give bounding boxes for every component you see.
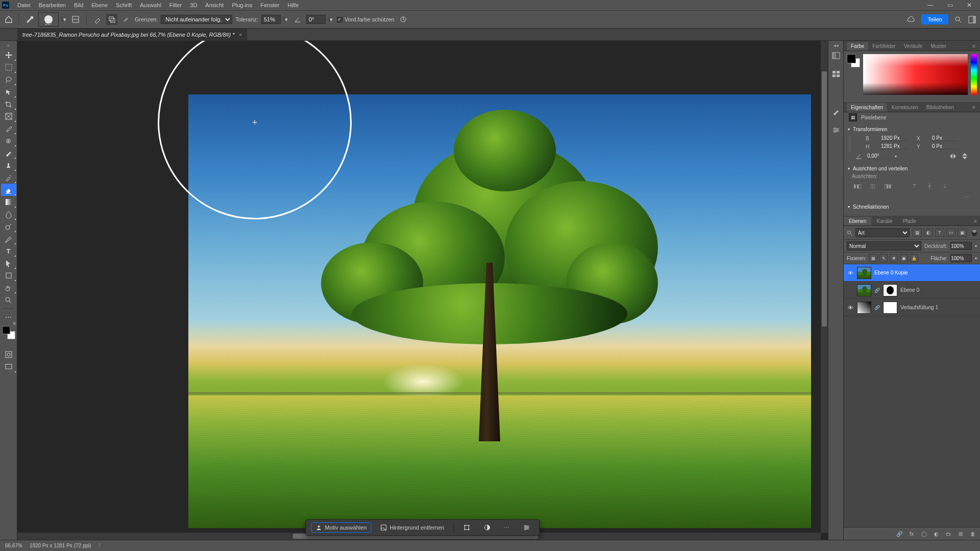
quickmask-icon[interactable] bbox=[1, 348, 16, 361]
lock-pixels-icon[interactable]: ✎ bbox=[879, 254, 888, 262]
color-panel-menu-icon[interactable]: ≡ bbox=[971, 42, 977, 51]
eyedropper-tool[interactable] bbox=[1, 122, 16, 135]
menu-ebene[interactable]: Ebene bbox=[87, 2, 112, 8]
link-wh-icon[interactable] bbox=[849, 135, 850, 152]
delete-layer-icon[interactable]: 🗑 bbox=[969, 530, 977, 538]
new-adjustment-icon[interactable]: ◐ bbox=[932, 530, 940, 538]
pen-tool[interactable] bbox=[1, 233, 16, 245]
status-menu-icon[interactable]: 〉 bbox=[99, 542, 103, 549]
lock-position-icon[interactable]: ✥ bbox=[890, 254, 898, 262]
menu-fenster[interactable]: Fenster bbox=[256, 2, 283, 8]
filter-type-icon[interactable]: T bbox=[935, 229, 944, 237]
color-spectrum[interactable] bbox=[863, 54, 968, 95]
angle-dd[interactable]: ▾ bbox=[895, 154, 897, 159]
align-section-header[interactable]: ▾Ausrichten und verteilen bbox=[844, 164, 980, 173]
screenmode-icon[interactable] bbox=[1, 361, 16, 373]
tab-bibliotheken[interactable]: Bibliotheken bbox=[922, 103, 958, 112]
layer-thumbnail[interactable] bbox=[857, 284, 871, 296]
color-picker-panel[interactable] bbox=[844, 51, 980, 102]
window-close-button[interactable]: ✕ bbox=[966, 2, 973, 9]
menu-bearbeiten[interactable]: Bearbeiten bbox=[35, 2, 70, 8]
tab-muster[interactable]: Muster bbox=[926, 42, 950, 51]
foreground-background-swatch[interactable]: ⤭ bbox=[2, 326, 15, 339]
layer-name-label[interactable]: Ebene 0 bbox=[900, 287, 919, 293]
gradient-tool[interactable] bbox=[1, 196, 16, 208]
add-mask-icon[interactable]: ◯ bbox=[920, 530, 928, 538]
path-select-tool[interactable] bbox=[1, 257, 16, 269]
align-hcenter-icon[interactable]: ◫ bbox=[867, 181, 877, 190]
healing-tool[interactable] bbox=[1, 135, 16, 147]
panel-fg-bg-swatch[interactable] bbox=[847, 54, 860, 67]
home-button[interactable] bbox=[4, 15, 13, 24]
tolerance-input[interactable] bbox=[261, 15, 281, 24]
menu-datei[interactable]: Datei bbox=[13, 2, 35, 8]
more-actions-icon[interactable]: ⋯ bbox=[500, 523, 513, 533]
tolerance-dropdown[interactable]: ▾ bbox=[284, 17, 289, 22]
finger-painting-icon[interactable] bbox=[120, 14, 132, 25]
align-top-icon[interactable]: ⊤ bbox=[909, 181, 919, 190]
filter-search-icon[interactable] bbox=[847, 230, 852, 236]
layer-name-label[interactable]: Verlaufsfüllung 1 bbox=[900, 305, 938, 310]
layer-thumbnail[interactable] bbox=[857, 302, 871, 314]
window-maximize-button[interactable]: ▭ bbox=[946, 2, 953, 9]
tab-ebenen[interactable]: Ebenen bbox=[844, 217, 871, 226]
window-minimize-button[interactable]: — bbox=[927, 2, 934, 9]
mask-thumbnail[interactable] bbox=[883, 284, 897, 296]
tab-farbe[interactable]: Farbe bbox=[847, 42, 868, 51]
limits-select[interactable]: Nicht aufeinander folg. bbox=[161, 15, 232, 24]
filter-toggle-switch[interactable] bbox=[972, 229, 977, 236]
blur-tool[interactable] bbox=[1, 208, 16, 220]
align-vcenter-icon[interactable]: ┼ bbox=[924, 181, 935, 190]
visibility-toggle-icon[interactable]: 👁 bbox=[847, 304, 854, 311]
layer-thumbnail[interactable] bbox=[857, 267, 871, 279]
y-input[interactable] bbox=[932, 143, 959, 149]
layer-name-label[interactable]: Ebene 0 Kopie bbox=[874, 270, 908, 276]
frame-tool[interactable] bbox=[1, 110, 16, 122]
menu-3d[interactable]: 3D bbox=[186, 2, 201, 8]
blend-mode-select[interactable]: Normal bbox=[847, 241, 921, 251]
angle-icon[interactable] bbox=[292, 14, 303, 25]
link-layers-icon[interactable]: 🔗 bbox=[895, 530, 903, 538]
quickactions-section-header[interactable]: ▾Schnellaktionen bbox=[844, 202, 980, 212]
tab-farbfelder[interactable]: Farbfelder bbox=[868, 42, 900, 51]
filter-shape-icon[interactable]: ▭ bbox=[946, 229, 955, 237]
new-layer-icon[interactable]: ⊞ bbox=[957, 530, 965, 538]
angle-value-input[interactable] bbox=[867, 153, 890, 159]
fill-input[interactable] bbox=[950, 254, 972, 262]
transform-section-header[interactable]: ▾Transformieren bbox=[844, 124, 980, 134]
layer-filter-select[interactable]: Art bbox=[855, 228, 910, 237]
adjustments-panel-icon[interactable] bbox=[831, 126, 841, 135]
layer-row[interactable]: 👁 Ebene 0 Kopie bbox=[844, 264, 980, 282]
search-icon[interactable] bbox=[954, 16, 962, 23]
document-canvas[interactable] bbox=[188, 94, 811, 528]
swap-colors-icon[interactable]: ⤭ bbox=[12, 321, 16, 326]
zoom-tool[interactable] bbox=[1, 294, 16, 306]
menu-filter[interactable]: Filter bbox=[165, 2, 186, 8]
menu-schrift[interactable]: Schrift bbox=[112, 2, 136, 8]
tab-kanaele[interactable]: Kanäle bbox=[871, 217, 897, 226]
props-panel-menu-icon[interactable]: ≡ bbox=[971, 103, 977, 112]
document-tab[interactable]: tree-7186835_Ramon Perucho auf Pixabay.j… bbox=[17, 29, 247, 41]
vertical-scrollbar[interactable] bbox=[821, 41, 828, 533]
protect-foreground-checkbox[interactable]: Vord.farbe schützen bbox=[337, 16, 395, 22]
close-tab-icon[interactable]: × bbox=[239, 32, 242, 38]
select-subject-button[interactable]: Motiv auswählen bbox=[311, 522, 372, 533]
workspace-switcher-icon[interactable] bbox=[968, 16, 976, 23]
lasso-tool[interactable] bbox=[1, 73, 16, 86]
layer-row[interactable]: 👁 🔗 Verlaufsfüllung 1 bbox=[844, 299, 980, 316]
layer-style-icon[interactable]: fx bbox=[908, 530, 916, 538]
angle-input[interactable] bbox=[306, 15, 326, 24]
zoom-level-label[interactable]: 66,67% bbox=[5, 543, 22, 548]
transform-icon[interactable] bbox=[459, 522, 474, 533]
visibility-toggle-icon[interactable]: 👁 bbox=[847, 269, 854, 277]
x-input[interactable] bbox=[932, 135, 959, 141]
filter-pixel-icon[interactable]: ▦ bbox=[913, 229, 922, 237]
width-input[interactable] bbox=[881, 135, 908, 141]
lock-artboard-icon[interactable]: ▣ bbox=[900, 254, 908, 262]
menu-bild[interactable]: Bild bbox=[70, 2, 87, 8]
sample-layers-icon[interactable] bbox=[92, 14, 103, 25]
align-more-icon[interactable]: ⋯ bbox=[844, 194, 980, 202]
lock-all-icon[interactable]: 🔒 bbox=[910, 254, 918, 262]
mask-link-icon[interactable]: 🔗 bbox=[874, 288, 880, 293]
remove-background-button[interactable]: Hintergrund entfernen bbox=[376, 523, 448, 532]
